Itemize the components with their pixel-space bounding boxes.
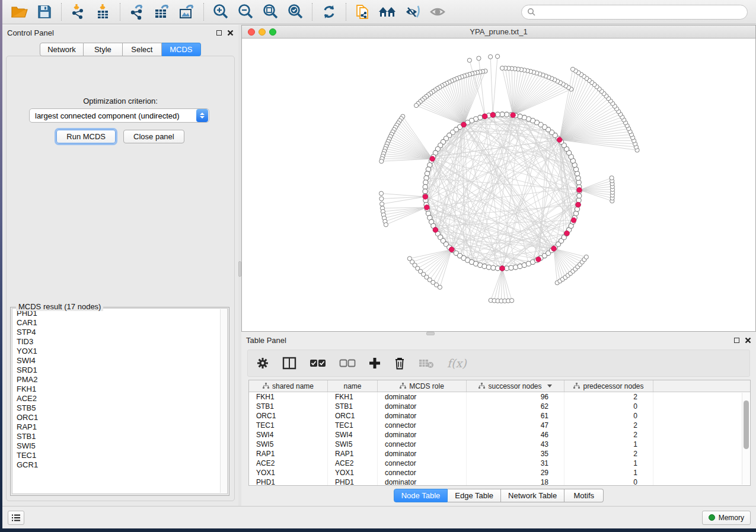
- maximize-window-button[interactable]: [269, 28, 276, 36]
- export-image-button[interactable]: [174, 2, 199, 22]
- task-history-button[interactable]: [8, 511, 24, 525]
- search-input[interactable]: [535, 8, 742, 16]
- table-row[interactable]: ORC1ORC1dominator610: [249, 411, 750, 421]
- close-table-panel-icon[interactable]: [745, 337, 751, 344]
- table-scrollbar[interactable]: [742, 393, 749, 485]
- tab-node-table[interactable]: Node Table: [394, 489, 448, 502]
- tab-edge-table[interactable]: Edge Table: [448, 489, 501, 502]
- mcds-result-item[interactable]: GCR1: [12, 460, 227, 470]
- float-table-panel-button[interactable]: [734, 338, 739, 343]
- tab-network-table[interactable]: Network Table: [501, 489, 564, 502]
- table-scrollbar-thumb[interactable]: [744, 400, 749, 449]
- table-cell: connector: [378, 421, 467, 430]
- zoom-fit-button[interactable]: [258, 2, 283, 22]
- application-window: Control Panel NetworkStyleSelectMCDS Opt…: [2, 0, 756, 528]
- table-row[interactable]: SWI5SWI5connector431: [249, 440, 750, 449]
- hide-graphics-details-button[interactable]: [400, 2, 425, 22]
- float-panel-button[interactable]: [216, 30, 222, 36]
- mcds-list-scrollbar[interactable]: [220, 309, 227, 493]
- network-window-titlebar[interactable]: YPA_prune.txt_1: [242, 25, 755, 39]
- column-header-successor-nodes[interactable]: successor nodes: [467, 380, 564, 392]
- select-all-button[interactable]: [310, 358, 326, 368]
- table-cell: SWI4: [249, 430, 328, 440]
- table-cell: dominator: [378, 392, 467, 402]
- table-row[interactable]: SWI4SWI4dominator462: [249, 430, 750, 440]
- column-header-shared-name[interactable]: shared name: [249, 380, 328, 392]
- home-view-button[interactable]: [375, 2, 400, 22]
- network-graph[interactable]: [242, 39, 756, 332]
- mcds-result-item[interactable]: ACE2: [12, 394, 227, 403]
- table-cell: RAP1: [249, 449, 328, 459]
- memory-button[interactable]: Memory: [702, 511, 751, 525]
- delete-column-button[interactable]: [394, 357, 406, 370]
- network-canvas[interactable]: [242, 39, 755, 331]
- save-session-button[interactable]: [32, 2, 57, 22]
- zoom-selected-button[interactable]: [283, 2, 308, 22]
- node-table[interactable]: shared namenameMCDS rolesuccessor nodesp…: [248, 380, 751, 486]
- table-cell: dominator: [378, 449, 467, 459]
- import-network-button[interactable]: [66, 2, 91, 22]
- close-window-button[interactable]: [248, 28, 255, 36]
- deselect-all-button[interactable]: [339, 358, 356, 368]
- table-cell: 1: [564, 468, 653, 477]
- tab-select[interactable]: Select: [123, 43, 162, 56]
- table-row[interactable]: PHD1PHD1dominator180: [249, 477, 750, 486]
- mcds-tab-content: Optimization criterion: largest connecte…: [6, 56, 235, 501]
- sort-chevron-icon[interactable]: [547, 384, 552, 387]
- show-graphics-details-button[interactable]: [425, 2, 450, 22]
- mcds-result-item[interactable]: YOX1: [12, 347, 227, 356]
- table-row[interactable]: TEC1TEC1connector472: [249, 421, 750, 430]
- delete-table-button: [419, 358, 434, 368]
- table-row[interactable]: RAP1RAP1dominator352: [249, 449, 750, 459]
- mcds-result-item[interactable]: FKH1: [12, 384, 227, 394]
- minimize-window-button[interactable]: [259, 28, 266, 36]
- zoom-in-icon: [212, 4, 229, 20]
- table-panel: Table Panel: [241, 334, 756, 506]
- mcds-result-item[interactable]: SWI5: [12, 441, 227, 451]
- column-header-MCDS-role[interactable]: MCDS role: [378, 380, 467, 392]
- table-row[interactable]: YOX1YOX1connector291: [249, 468, 750, 477]
- close-panel-button[interactable]: Close panel: [123, 130, 184, 143]
- zoom-out-button[interactable]: [233, 2, 258, 22]
- graph-hub-node: [557, 137, 562, 143]
- refresh-button[interactable]: [317, 2, 342, 22]
- mcds-result-item[interactable]: STP4: [12, 328, 227, 337]
- mcds-result-item[interactable]: CAR1: [12, 318, 227, 328]
- optimization-criterion-select[interactable]: largest connected component (undirected): [29, 108, 209, 123]
- mcds-result-item[interactable]: STB5: [12, 403, 227, 413]
- export-network-button[interactable]: [125, 2, 149, 22]
- tab-mcds[interactable]: MCDS: [162, 43, 201, 56]
- mcds-result-item[interactable]: TID3: [12, 337, 227, 347]
- zoom-in-button[interactable]: [208, 2, 233, 22]
- table-row[interactable]: ACE2ACE2connector311: [249, 459, 750, 468]
- horizontal-splitter-grip[interactable]: [426, 332, 435, 335]
- run-mcds-button[interactable]: Run MCDS: [56, 130, 116, 143]
- tab-network[interactable]: Network: [40, 43, 84, 56]
- columns-icon: [282, 357, 296, 370]
- clone-network-button[interactable]: [350, 2, 375, 22]
- mcds-result-item[interactable]: RAP1: [12, 422, 227, 432]
- tab-style[interactable]: Style: [84, 43, 123, 56]
- mcds-result-item[interactable]: SWI4: [12, 356, 227, 366]
- show-columns-button[interactable]: [282, 357, 296, 370]
- open-session-button[interactable]: [7, 2, 32, 22]
- import-table-button[interactable]: [91, 2, 116, 22]
- mcds-result-list[interactable]: PHD1CAR1STP4TID3YOX1SWI4SRD1PMA2FKH1ACE2…: [12, 308, 228, 494]
- table-row[interactable]: STB1STB1dominator620: [249, 402, 750, 411]
- table-row[interactable]: FKH1FKH1dominator962: [249, 392, 750, 402]
- mcds-result-item[interactable]: STB1: [12, 432, 227, 441]
- export-table-button[interactable]: [149, 2, 174, 22]
- tab-motifs[interactable]: Motifs: [564, 489, 604, 502]
- mcds-result-item[interactable]: SRD1: [12, 366, 227, 375]
- mcds-result-item[interactable]: PMA2: [12, 375, 227, 384]
- mcds-result-item[interactable]: TEC1: [12, 451, 227, 460]
- mcds-result-item[interactable]: ORC1: [12, 413, 227, 422]
- column-header-predecessor-nodes[interactable]: predecessor nodes: [564, 380, 653, 392]
- toolbar-separator: [61, 3, 62, 21]
- table-cell: dominator: [378, 477, 467, 486]
- table-mode-button[interactable]: [256, 357, 269, 370]
- close-panel-icon[interactable]: [227, 30, 234, 36]
- column-header-name[interactable]: name: [328, 380, 378, 392]
- create-column-button[interactable]: [369, 357, 381, 369]
- search-box[interactable]: [521, 5, 748, 20]
